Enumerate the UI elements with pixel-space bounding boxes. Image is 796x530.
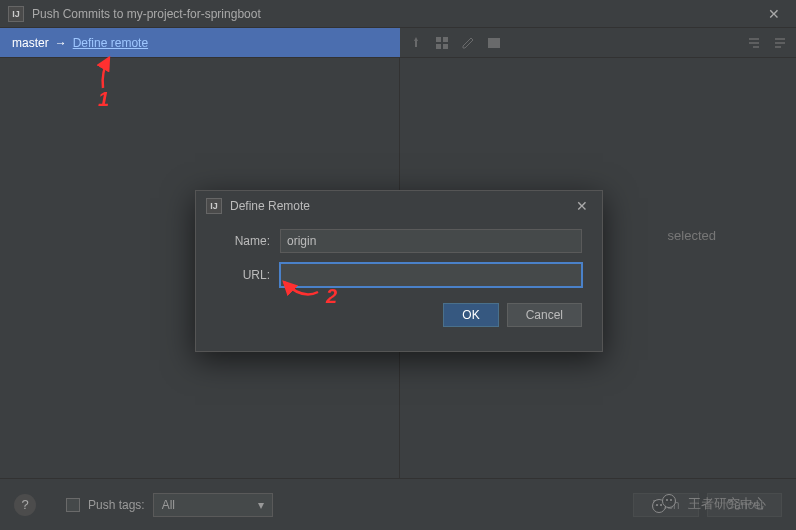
- collapse-icon[interactable]: [746, 35, 762, 51]
- edit-icon[interactable]: [460, 35, 476, 51]
- push-button[interactable]: Push: [633, 493, 698, 517]
- name-label: Name:: [216, 234, 270, 248]
- right-toolbar: [400, 35, 796, 51]
- pin-icon[interactable]: [408, 35, 424, 51]
- dialog-cancel-button[interactable]: Cancel: [507, 303, 582, 327]
- push-tags-group: Push tags: All ▾: [66, 493, 273, 517]
- image-icon[interactable]: [486, 35, 502, 51]
- dialog-title: Define Remote: [230, 199, 310, 213]
- grid-icon[interactable]: [434, 35, 450, 51]
- define-remote-dialog: IJ Define Remote ✕ Name: URL: OK Cancel: [195, 190, 603, 352]
- branch-panel[interactable]: master → Define remote: [0, 28, 400, 57]
- svg-rect-0: [436, 37, 441, 42]
- define-remote-link[interactable]: Define remote: [73, 36, 148, 50]
- expand-icon[interactable]: [772, 35, 788, 51]
- help-button[interactable]: ?: [14, 494, 36, 516]
- svg-rect-4: [488, 38, 500, 48]
- ok-button[interactable]: OK: [443, 303, 498, 327]
- url-field[interactable]: [280, 263, 582, 287]
- cancel-button[interactable]: Cancel: [707, 493, 782, 517]
- push-tags-checkbox[interactable]: [66, 498, 80, 512]
- url-label: URL:: [216, 268, 270, 282]
- close-icon[interactable]: ✕: [760, 0, 788, 28]
- name-field[interactable]: [280, 229, 582, 253]
- dialog-titlebar: IJ Define Remote ✕: [196, 191, 602, 221]
- chevron-down-icon: ▾: [258, 498, 264, 512]
- dialog-app-icon: IJ: [206, 198, 222, 214]
- titlebar: IJ Push Commits to my-project-for-spring…: [0, 0, 796, 28]
- footer: ? Push tags: All ▾ Push Cancel: [0, 478, 796, 530]
- arrow-icon: →: [55, 36, 67, 50]
- svg-rect-1: [443, 37, 448, 42]
- push-tags-label: Push tags:: [88, 498, 145, 512]
- local-branch: master: [12, 36, 49, 50]
- svg-rect-3: [443, 44, 448, 49]
- no-commits-label: selected: [668, 228, 716, 243]
- combo-value: All: [162, 498, 175, 512]
- window-title: Push Commits to my-project-for-springboo…: [32, 7, 760, 21]
- app-icon: IJ: [8, 6, 24, 22]
- toolbar: master → Define remote: [0, 28, 796, 58]
- dialog-close-icon[interactable]: ✕: [572, 198, 592, 214]
- push-tags-combo[interactable]: All ▾: [153, 493, 273, 517]
- svg-rect-2: [436, 44, 441, 49]
